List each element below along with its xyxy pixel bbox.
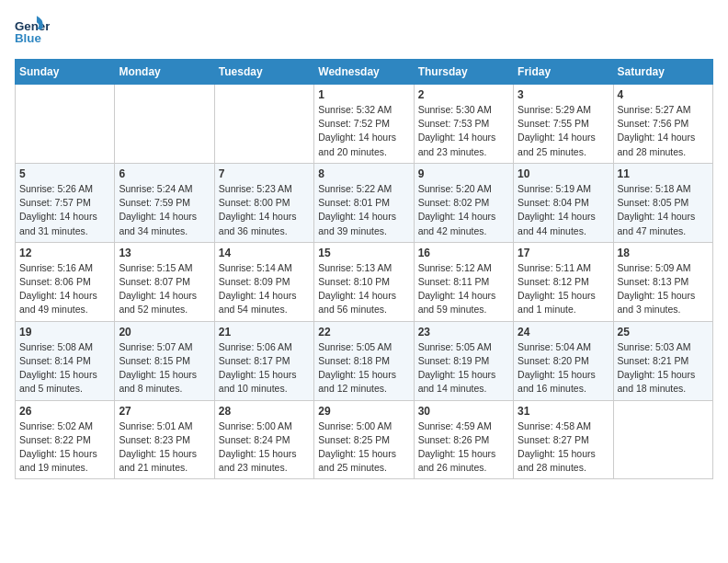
weekday-header-wednesday: Wednesday (314, 60, 414, 85)
day-number: 26 (19, 405, 110, 418)
day-info: Sunrise: 5:24 AM Sunset: 7:59 PM Dayligh… (119, 182, 210, 238)
day-number: 15 (318, 247, 409, 259)
calendar-cell: 16Sunrise: 5:12 AM Sunset: 8:11 PM Dayli… (414, 242, 513, 321)
calendar-cell (214, 85, 313, 164)
calendar-cell: 6Sunrise: 5:24 AM Sunset: 7:59 PM Daylig… (115, 163, 214, 242)
day-info: Sunrise: 5:01 AM Sunset: 8:23 PM Dayligh… (119, 419, 210, 476)
calendar-cell: 10Sunrise: 5:19 AM Sunset: 8:04 PM Dayli… (514, 163, 613, 242)
day-info: Sunrise: 5:06 AM Sunset: 8:17 PM Dayligh… (219, 340, 310, 396)
day-number: 31 (518, 405, 609, 418)
day-info: Sunrise: 5:13 AM Sunset: 8:10 PM Dayligh… (318, 261, 409, 317)
calendar-cell: 11Sunrise: 5:18 AM Sunset: 8:05 PM Dayli… (613, 163, 712, 242)
calendar-cell: 1Sunrise: 5:32 AM Sunset: 7:52 PM Daylig… (314, 85, 414, 164)
day-info: Sunrise: 5:27 AM Sunset: 7:56 PM Dayligh… (618, 103, 709, 159)
calendar-cell: 14Sunrise: 5:14 AM Sunset: 8:09 PM Dayli… (214, 242, 313, 321)
calendar-cell: 3Sunrise: 5:29 AM Sunset: 7:55 PM Daylig… (514, 85, 613, 164)
calendar-cell: 2Sunrise: 5:30 AM Sunset: 7:53 PM Daylig… (414, 85, 513, 164)
calendar-cell: 7Sunrise: 5:23 AM Sunset: 8:00 PM Daylig… (214, 163, 313, 242)
day-info: Sunrise: 5:09 AM Sunset: 8:13 PM Dayligh… (618, 261, 709, 317)
calendar-cell (16, 85, 115, 164)
day-number: 24 (518, 326, 609, 339)
calendar-week-3: 12Sunrise: 5:16 AM Sunset: 8:06 PM Dayli… (16, 242, 713, 321)
day-info: Sunrise: 5:16 AM Sunset: 8:06 PM Dayligh… (19, 261, 110, 317)
day-info: Sunrise: 5:07 AM Sunset: 8:15 PM Dayligh… (119, 340, 210, 396)
day-info: Sunrise: 4:58 AM Sunset: 8:27 PM Dayligh… (518, 419, 609, 476)
day-info: Sunrise: 5:03 AM Sunset: 8:21 PM Dayligh… (618, 340, 709, 396)
calendar-cell (115, 85, 214, 164)
calendar-cell: 13Sunrise: 5:15 AM Sunset: 8:07 PM Dayli… (115, 242, 214, 321)
calendar-cell: 26Sunrise: 5:02 AM Sunset: 8:22 PM Dayli… (16, 400, 115, 479)
calendar-week-4: 19Sunrise: 5:08 AM Sunset: 8:14 PM Dayli… (16, 321, 713, 400)
day-info: Sunrise: 5:22 AM Sunset: 8:01 PM Dayligh… (318, 182, 409, 238)
calendar-cell: 22Sunrise: 5:05 AM Sunset: 8:18 PM Dayli… (314, 321, 414, 400)
calendar-week-1: 1Sunrise: 5:32 AM Sunset: 7:52 PM Daylig… (16, 85, 713, 164)
calendar-cell: 5Sunrise: 5:26 AM Sunset: 7:57 PM Daylig… (16, 163, 115, 242)
day-info: Sunrise: 5:05 AM Sunset: 8:19 PM Dayligh… (418, 340, 509, 396)
calendar-cell: 15Sunrise: 5:13 AM Sunset: 8:10 PM Dayli… (314, 242, 414, 321)
calendar-cell: 28Sunrise: 5:00 AM Sunset: 8:24 PM Dayli… (214, 400, 313, 479)
calendar-cell: 21Sunrise: 5:06 AM Sunset: 8:17 PM Dayli… (214, 321, 313, 400)
day-number: 17 (518, 247, 609, 259)
day-number: 30 (418, 405, 509, 418)
day-number: 12 (19, 247, 110, 259)
day-number: 27 (119, 405, 210, 418)
logo-icon: General Blue (15, 15, 50, 50)
day-number: 8 (318, 167, 409, 180)
day-number: 9 (418, 167, 509, 180)
calendar-cell: 12Sunrise: 5:16 AM Sunset: 8:06 PM Dayli… (16, 242, 115, 321)
day-info: Sunrise: 5:02 AM Sunset: 8:22 PM Dayligh… (19, 419, 110, 476)
day-number: 21 (219, 326, 310, 339)
day-info: Sunrise: 5:32 AM Sunset: 7:52 PM Dayligh… (318, 103, 409, 159)
day-info: Sunrise: 5:08 AM Sunset: 8:14 PM Dayligh… (19, 340, 110, 396)
day-info: Sunrise: 5:20 AM Sunset: 8:02 PM Dayligh… (418, 182, 509, 238)
day-number: 29 (318, 405, 409, 418)
logo: General Blue (15, 15, 53, 50)
calendar-cell: 17Sunrise: 5:11 AM Sunset: 8:12 PM Dayli… (514, 242, 613, 321)
day-info: Sunrise: 5:00 AM Sunset: 8:24 PM Dayligh… (219, 419, 310, 476)
day-info: Sunrise: 5:05 AM Sunset: 8:18 PM Dayligh… (318, 340, 409, 396)
day-number: 23 (418, 326, 509, 339)
weekday-header-thursday: Thursday (414, 60, 513, 85)
weekday-header-friday: Friday (514, 60, 613, 85)
day-info: Sunrise: 5:30 AM Sunset: 7:53 PM Dayligh… (418, 103, 509, 159)
day-number: 18 (618, 247, 709, 259)
day-info: Sunrise: 5:18 AM Sunset: 8:05 PM Dayligh… (618, 182, 709, 238)
calendar-cell: 4Sunrise: 5:27 AM Sunset: 7:56 PM Daylig… (613, 85, 712, 164)
calendar-cell: 24Sunrise: 5:04 AM Sunset: 8:20 PM Dayli… (514, 321, 613, 400)
day-info: Sunrise: 5:19 AM Sunset: 8:04 PM Dayligh… (518, 182, 609, 238)
calendar-cell: 27Sunrise: 5:01 AM Sunset: 8:23 PM Dayli… (115, 400, 214, 479)
day-number: 6 (119, 167, 210, 180)
day-info: Sunrise: 5:15 AM Sunset: 8:07 PM Dayligh… (119, 261, 210, 317)
day-number: 14 (219, 247, 310, 259)
calendar-cell: 20Sunrise: 5:07 AM Sunset: 8:15 PM Dayli… (115, 321, 214, 400)
svg-text:Blue: Blue (15, 31, 41, 45)
calendar-cell: 30Sunrise: 4:59 AM Sunset: 8:26 PM Dayli… (414, 400, 513, 479)
day-number: 7 (219, 167, 310, 180)
day-info: Sunrise: 4:59 AM Sunset: 8:26 PM Dayligh… (418, 419, 509, 476)
weekday-header-sunday: Sunday (16, 60, 115, 85)
calendar-cell: 9Sunrise: 5:20 AM Sunset: 8:02 PM Daylig… (414, 163, 513, 242)
page-header: General Blue (15, 15, 713, 50)
day-number: 16 (418, 247, 509, 259)
day-info: Sunrise: 5:14 AM Sunset: 8:09 PM Dayligh… (219, 261, 310, 317)
calendar-cell: 29Sunrise: 5:00 AM Sunset: 8:25 PM Dayli… (314, 400, 414, 479)
day-info: Sunrise: 5:23 AM Sunset: 8:00 PM Dayligh… (219, 182, 310, 238)
weekday-header-monday: Monday (115, 60, 214, 85)
calendar-cell (613, 400, 712, 479)
day-number: 20 (119, 326, 210, 339)
day-info: Sunrise: 5:04 AM Sunset: 8:20 PM Dayligh… (518, 340, 609, 396)
weekday-header-tuesday: Tuesday (214, 60, 313, 85)
day-info: Sunrise: 5:12 AM Sunset: 8:11 PM Dayligh… (418, 261, 509, 317)
day-number: 11 (618, 167, 709, 180)
day-number: 3 (518, 88, 609, 101)
calendar-cell: 19Sunrise: 5:08 AM Sunset: 8:14 PM Dayli… (16, 321, 115, 400)
calendar-table: SundayMondayTuesdayWednesdayThursdayFrid… (15, 59, 713, 479)
day-number: 1 (318, 88, 409, 101)
day-number: 4 (618, 88, 709, 101)
calendar-cell: 31Sunrise: 4:58 AM Sunset: 8:27 PM Dayli… (514, 400, 613, 479)
weekday-header-row: SundayMondayTuesdayWednesdayThursdayFrid… (16, 60, 713, 85)
day-info: Sunrise: 5:26 AM Sunset: 7:57 PM Dayligh… (19, 182, 110, 238)
calendar-cell: 8Sunrise: 5:22 AM Sunset: 8:01 PM Daylig… (314, 163, 414, 242)
day-number: 28 (219, 405, 310, 418)
calendar-cell: 18Sunrise: 5:09 AM Sunset: 8:13 PM Dayli… (613, 242, 712, 321)
